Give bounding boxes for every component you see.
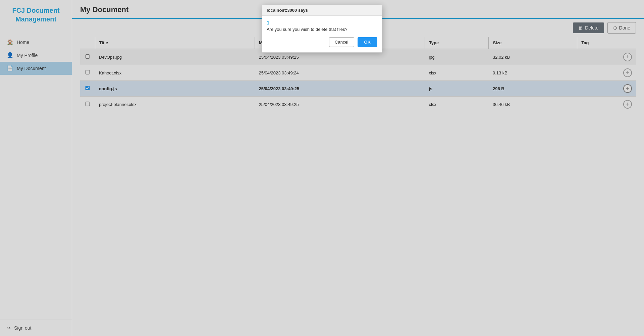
ok-button[interactable]: OK bbox=[358, 37, 378, 47]
dialog-body: 1 Are you sure you wish to delete that f… bbox=[262, 16, 382, 52]
dialog-overlay: localhost:3000 says 1 Are you sure you w… bbox=[72, 0, 644, 336]
main-content: My Document 🗑 Delete ⊙ Done Title Modifi… bbox=[72, 0, 644, 336]
dialog-message: Are you sure you wish to delete that fil… bbox=[267, 27, 377, 32]
confirm-dialog: localhost:3000 says 1 Are you sure you w… bbox=[262, 5, 382, 53]
dialog-buttons: Cancel OK bbox=[267, 37, 377, 47]
dialog-count: 1 bbox=[267, 20, 377, 25]
cancel-button[interactable]: Cancel bbox=[329, 37, 354, 47]
dialog-header: localhost:3000 says bbox=[262, 5, 382, 16]
